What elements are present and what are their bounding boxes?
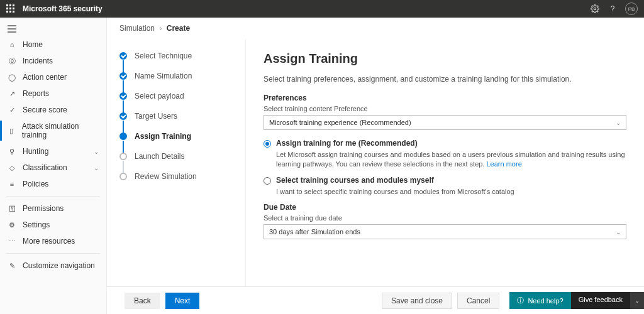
nav-settings[interactable]: ⚙Settings	[0, 217, 106, 233]
left-nav: ⌂Home ⓪Incidents ◯Action center ↗Reports…	[0, 18, 107, 314]
training-content-select[interactable]: Microsoft training experience (Recommend…	[264, 115, 626, 130]
save-close-button[interactable]: Save and close	[382, 293, 452, 309]
chevron-down-icon: ⌄	[616, 229, 621, 236]
classification-icon: ◇	[8, 163, 16, 172]
chevron-down-icon: ⌄	[94, 165, 99, 171]
radio-icon[interactable]	[264, 140, 271, 148]
nav-permissions[interactable]: ⚿Permissions	[0, 200, 106, 217]
step-select-payload[interactable]: Select payload	[119, 92, 239, 112]
action-center-icon: ◯	[8, 73, 16, 82]
wizard-footer: Back Next Save and close Cancel ⓘNeed he…	[107, 286, 644, 314]
nav-attack-simulation[interactable]: ▯Attack simulation training	[0, 118, 106, 143]
radio-icon[interactable]	[264, 177, 271, 185]
main-panel: Assign Training Select training preferen…	[245, 39, 644, 286]
hamburger-icon[interactable]	[0, 21, 106, 36]
step-review-simulation[interactable]: Review Simulation	[119, 172, 239, 181]
permissions-icon: ⚿	[8, 204, 16, 213]
pref-field-label: Select training content Preference	[264, 105, 626, 112]
radio-assign-for-me[interactable]: Assign training for me (Recommended)	[264, 139, 626, 148]
back-button[interactable]: Back	[125, 293, 160, 309]
reports-icon: ↗	[8, 89, 16, 98]
cancel-button[interactable]: Cancel	[457, 293, 499, 309]
breadcrumb-root[interactable]: Simulation	[119, 24, 155, 33]
nav-hunting[interactable]: ⚲Hunting⌄	[0, 143, 106, 160]
radio2-description: I want to select specific training cours…	[276, 187, 626, 197]
page-title: Assign Training	[264, 51, 626, 66]
nav-home[interactable]: ⌂Home	[0, 36, 106, 53]
svg-point-0	[594, 8, 596, 10]
nav-customize[interactable]: ✎Customize navigation	[0, 257, 106, 274]
settings-icon: ⚙	[8, 220, 16, 229]
step-target-users[interactable]: Target Users	[119, 112, 239, 132]
nav-action-center[interactable]: ◯Action center	[0, 69, 106, 85]
due-date-heading: Due Date	[264, 203, 626, 212]
avatar[interactable]: PB	[625, 3, 638, 15]
help-circle-icon: ⓘ	[517, 296, 524, 305]
next-button[interactable]: Next	[165, 293, 200, 309]
learn-more-link[interactable]: Learn more	[487, 160, 522, 168]
help-icon[interactable]: ?	[604, 0, 621, 18]
home-icon: ⌂	[8, 40, 16, 49]
top-bar: Microsoft 365 security ? PB	[0, 0, 644, 18]
give-feedback-button[interactable]: Give feedback	[571, 292, 630, 309]
need-help-button[interactable]: ⓘNeed help?	[509, 292, 570, 309]
more-icon: ⋯	[8, 237, 16, 246]
page-subtitle: Select training preferences, assignment,…	[264, 75, 626, 84]
settings-icon[interactable]	[586, 0, 604, 18]
step-select-technique[interactable]: Select Technique	[119, 51, 239, 72]
product-title: Microsoft 365 security	[23, 4, 103, 13]
breadcrumb-current: Create	[167, 24, 190, 33]
app-launcher-icon[interactable]	[6, 4, 15, 13]
wizard-steps: Select Technique Name Simulation Select …	[107, 39, 245, 286]
step-launch-details[interactable]: Launch Details	[119, 152, 239, 172]
radio-select-myself[interactable]: Select training courses and modules myse…	[264, 176, 626, 185]
nav-classification[interactable]: ◇Classification⌄	[0, 160, 106, 176]
due-field-label: Select a training due date	[264, 214, 626, 222]
hunting-icon: ⚲	[8, 147, 16, 156]
breadcrumb: Simulation › Create	[107, 18, 644, 39]
nav-secure-score[interactable]: ✓Secure score	[0, 102, 106, 118]
secure-score-icon: ✓	[8, 106, 16, 114]
policies-icon: ≡	[8, 180, 16, 188]
nav-more-resources[interactable]: ⋯More resources	[0, 233, 106, 249]
nav-policies[interactable]: ≡Policies	[0, 176, 106, 192]
incidents-icon: ⓪	[8, 57, 16, 65]
step-name-simulation[interactable]: Name Simulation	[119, 72, 239, 92]
chevron-down-icon: ⌄	[94, 148, 99, 155]
nav-incidents[interactable]: ⓪Incidents	[0, 53, 106, 69]
preferences-heading: Preferences	[264, 94, 626, 102]
step-assign-training[interactable]: Assign Training	[119, 132, 239, 152]
chevron-down-icon[interactable]: ⌄	[630, 292, 644, 309]
due-date-select[interactable]: 30 days after Simulation ends ⌄	[264, 224, 626, 239]
chevron-down-icon: ⌄	[616, 119, 621, 126]
radio1-description: Let Microsoft assign training courses an…	[276, 150, 626, 170]
nav-reports[interactable]: ↗Reports	[0, 85, 106, 102]
edit-icon: ✎	[8, 261, 16, 270]
attack-sim-icon: ▯	[8, 126, 16, 135]
